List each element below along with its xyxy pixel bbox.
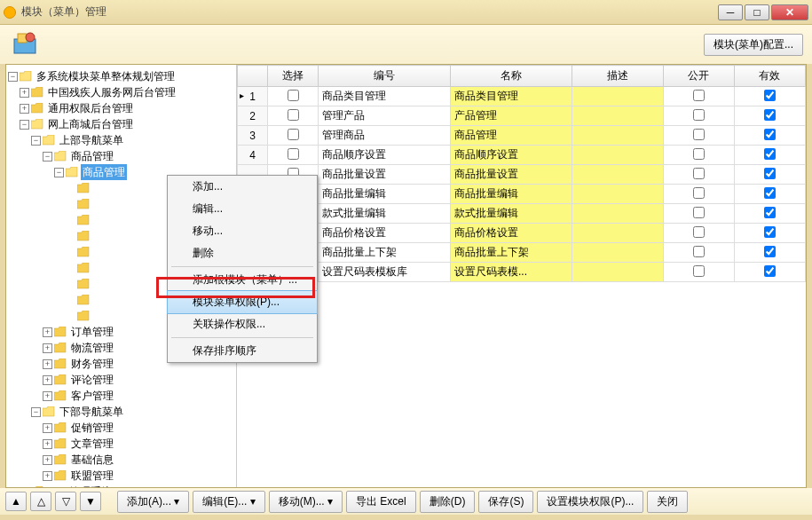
tree-label[interactable]: 财务管理 xyxy=(69,356,115,372)
table-row[interactable]: 商品价格设置商品价格设置 xyxy=(238,224,806,243)
table-row[interactable]: 商品批量设置商品批量设置 xyxy=(238,165,806,185)
row-valid[interactable] xyxy=(734,87,805,106)
tree-node[interactable]: +中国残疾人服务网后台管理 xyxy=(8,84,234,100)
tree-toggle-icon[interactable]: + xyxy=(43,471,52,481)
table-row[interactable]: 3管理商品商品管理 xyxy=(238,126,806,146)
valid-checkbox[interactable] xyxy=(764,226,776,238)
row-valid[interactable] xyxy=(734,243,805,263)
cm-module-permission[interactable]: 模块菜单权限(P)... xyxy=(168,291,317,313)
tree-toggle-icon[interactable]: − xyxy=(8,72,18,82)
module-config-button[interactable]: 模块(菜单)配置... xyxy=(704,34,803,56)
tree-label[interactable]: 基础信息 xyxy=(69,452,115,468)
valid-checkbox[interactable] xyxy=(764,129,776,140)
tree-label[interactable]: 订单管理 xyxy=(69,324,115,340)
tree-toggle-icon[interactable]: + xyxy=(20,487,29,488)
select-checkbox[interactable] xyxy=(288,148,299,160)
col-open[interactable]: 公开 xyxy=(663,66,734,87)
tree-toggle-icon[interactable]: + xyxy=(43,375,52,385)
close-window-button[interactable]: 关闭 xyxy=(647,491,688,513)
tree-label[interactable]: 多系统模块菜单整体规划管理 xyxy=(35,68,177,84)
row-valid[interactable] xyxy=(734,146,805,165)
tree-node[interactable]: −上部导航菜单 xyxy=(8,132,234,148)
tree-node[interactable]: +促销管理 xyxy=(8,420,234,436)
tree-label[interactable]: 评论管理 xyxy=(69,372,115,388)
collapse-all-button[interactable]: ▲ xyxy=(5,492,27,511)
row-valid[interactable] xyxy=(734,126,805,146)
tree-label[interactable]: 通用权限后台管理 xyxy=(46,100,135,116)
tree-label[interactable]: 联盟管理 xyxy=(69,468,115,484)
cm-related-permission[interactable]: 关联操作权限... xyxy=(168,313,317,335)
select-checkbox[interactable] xyxy=(288,90,299,101)
valid-checkbox[interactable] xyxy=(764,246,776,257)
table-row[interactable]: 设置尺码表模板库设置尺码表模... xyxy=(238,263,806,282)
tree-node[interactable]: −多系统模块菜单整体规划管理 xyxy=(8,68,234,84)
row-valid[interactable] xyxy=(734,263,805,282)
tree-label[interactable]: 项目管理系统 xyxy=(46,484,114,487)
cm-save-order[interactable]: 保存排序顺序 xyxy=(168,340,317,362)
row-valid[interactable] xyxy=(734,224,805,243)
edit-button[interactable]: 编辑(E)... ▾ xyxy=(193,491,264,513)
col-valid[interactable]: 有效 xyxy=(734,66,805,87)
row-open[interactable] xyxy=(663,243,734,263)
minimize-button[interactable]: ─ xyxy=(718,4,743,20)
col-desc[interactable]: 描述 xyxy=(572,66,664,87)
open-checkbox[interactable] xyxy=(693,187,705,199)
move-button[interactable]: 移动(M)... ▾ xyxy=(269,491,343,513)
tree-toggle-icon[interactable]: − xyxy=(54,168,64,177)
row-valid[interactable] xyxy=(734,165,805,185)
tree-label[interactable]: 促销管理 xyxy=(69,420,115,436)
tree-label[interactable]: 上部导航菜单 xyxy=(58,132,125,148)
grid-panel[interactable]: 选择 编号 名称 描述 公开 有效 ▸1商品类目管理商品类目管理2管理产品产品管… xyxy=(237,65,806,487)
table-row[interactable]: 商品批量上下架商品批量上下架 xyxy=(238,243,806,263)
row-open[interactable] xyxy=(663,185,734,204)
row-open[interactable] xyxy=(663,106,734,126)
row-open[interactable] xyxy=(663,87,734,106)
tree-toggle-icon[interactable]: + xyxy=(43,359,52,369)
open-checkbox[interactable] xyxy=(693,90,705,101)
tree-toggle-icon[interactable]: + xyxy=(43,343,52,353)
row-open[interactable] xyxy=(663,146,734,165)
export-excel-button[interactable]: 导出 Excel xyxy=(346,491,416,513)
col-code[interactable]: 编号 xyxy=(319,66,451,87)
row-valid[interactable] xyxy=(734,106,805,126)
tree-node[interactable]: −网上商城后台管理 xyxy=(8,116,234,132)
tree-node[interactable]: +文章管理 xyxy=(8,436,234,452)
row-select[interactable] xyxy=(268,106,319,126)
open-checkbox[interactable] xyxy=(693,265,705,277)
row-open[interactable] xyxy=(663,165,734,185)
save-button[interactable]: 保存(S) xyxy=(478,491,533,513)
tree-toggle-icon[interactable]: − xyxy=(20,120,29,130)
tree-label[interactable]: 商品管理 xyxy=(69,148,115,164)
table-row[interactable]: 2管理产品产品管理 xyxy=(238,106,806,126)
tree-node[interactable]: −商品管理 xyxy=(8,148,234,164)
open-checkbox[interactable] xyxy=(693,226,705,238)
row-valid[interactable] xyxy=(734,204,805,224)
valid-checkbox[interactable] xyxy=(764,207,776,218)
tree-node[interactable]: +项目管理系统 xyxy=(8,484,234,487)
row-valid[interactable] xyxy=(734,185,805,204)
row-open[interactable] xyxy=(663,126,734,146)
close-button[interactable]: ✕ xyxy=(771,4,808,20)
maximize-button[interactable]: □ xyxy=(745,4,769,20)
tree-toggle-icon[interactable]: + xyxy=(43,455,52,465)
set-permission-button[interactable]: 设置模块权限(P)... xyxy=(537,491,643,513)
tree-toggle-icon[interactable]: + xyxy=(20,104,29,114)
open-checkbox[interactable] xyxy=(693,246,705,257)
tree-node[interactable]: +联盟管理 xyxy=(8,468,234,484)
tree-label[interactable]: 中国残疾人服务网后台管理 xyxy=(46,84,177,100)
valid-checkbox[interactable] xyxy=(764,109,776,121)
open-checkbox[interactable] xyxy=(693,129,705,140)
tree-toggle-icon[interactable]: + xyxy=(43,439,52,449)
row-select[interactable] xyxy=(268,87,319,106)
tree-node[interactable]: +客户管理 xyxy=(8,388,234,404)
tree-node[interactable]: +通用权限后台管理 xyxy=(8,100,234,116)
cm-delete[interactable]: 删除 xyxy=(168,242,317,264)
add-button[interactable]: 添加(A)... ▾ xyxy=(117,491,189,513)
table-row[interactable]: 4商品顺序设置商品顺序设置 xyxy=(238,146,806,165)
tree-toggle-icon[interactable]: − xyxy=(31,136,41,146)
row-open[interactable] xyxy=(663,204,734,224)
tree-toggle-icon[interactable]: − xyxy=(31,407,41,417)
open-checkbox[interactable] xyxy=(693,109,705,121)
tree-toggle-icon[interactable]: + xyxy=(20,88,29,98)
cm-add[interactable]: 添加... xyxy=(168,176,317,198)
